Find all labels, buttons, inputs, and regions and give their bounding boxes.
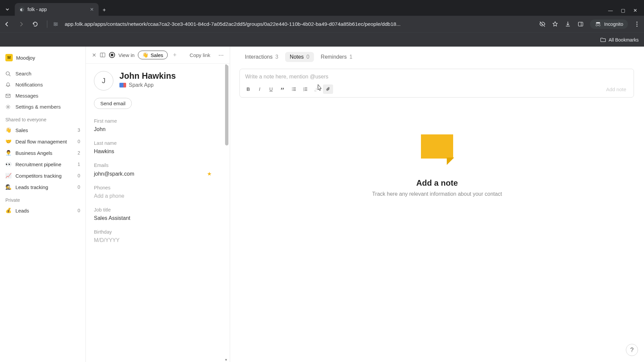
note-format-toolbar: B I U 123 Add note [240, 82, 634, 97]
tab-close-button[interactable]: ✕ [89, 6, 95, 13]
panel-layout-icon[interactable] [100, 52, 106, 58]
sidebar-search[interactable]: Search [0, 68, 86, 79]
bookmark-star-button[interactable] [552, 21, 558, 27]
group-label: Business Angels [15, 150, 52, 156]
chip-label: Sales [151, 52, 163, 58]
contact-avatar[interactable]: J [94, 71, 113, 90]
numbered-list-button[interactable]: 123 [300, 84, 310, 94]
group-emoji: 📈 [5, 173, 12, 179]
chevron-down-icon [5, 7, 10, 12]
reload-button[interactable] [32, 21, 42, 27]
send-email-button[interactable]: Send email [94, 98, 132, 109]
close-window-button[interactable]: ✕ [633, 8, 637, 13]
add-note-button[interactable]: Add note [602, 85, 630, 94]
emails-label: Emails [94, 163, 222, 168]
bold-button[interactable]: B [243, 84, 253, 94]
phones-label: Phones [94, 185, 222, 190]
note-input[interactable]: Write a note here, mention @users [240, 69, 634, 82]
help-button[interactable]: ? [626, 344, 638, 356]
detail-more-button[interactable]: ⋯ [218, 52, 224, 58]
quote-icon [280, 87, 285, 92]
contact-name[interactable]: John Hawkins [119, 71, 176, 81]
bullet-list-button[interactable] [289, 84, 299, 94]
svg-point-8 [636, 21, 637, 22]
first-name-value[interactable]: John [94, 126, 222, 132]
copy-link-button[interactable]: Copy link [190, 52, 210, 58]
sidebar-group-angels[interactable]: 👨‍💼 Business Angels 2 [0, 147, 86, 159]
kebab-icon [634, 21, 640, 27]
maximize-button[interactable]: ▢ [621, 8, 625, 13]
forward-button[interactable] [18, 21, 28, 27]
new-tab-button[interactable]: + [99, 4, 110, 16]
address-bar[interactable]: app.folk.app/apps/contacts/network/ccaa7… [63, 21, 534, 27]
underline-button[interactable]: U [266, 84, 276, 94]
job-title-label: Job title [94, 207, 222, 213]
svg-point-1 [56, 23, 57, 24]
eye-off-icon[interactable] [539, 21, 546, 27]
sidebar-group-sales[interactable]: 👋 Sales 3 [0, 124, 86, 136]
sidebar-group-dealflow[interactable]: 🤝 Deal flow management 0 [0, 136, 86, 147]
site-info-button[interactable] [53, 21, 59, 27]
tab-favicon: ◐ [19, 6, 25, 12]
sidebar-settings[interactable]: Settings & members [0, 101, 86, 112]
scroll-down-arrow-icon[interactable]: ▼ [224, 358, 228, 362]
add-phone-button[interactable]: Add a phone [94, 193, 222, 199]
attachment-button[interactable] [323, 84, 333, 94]
group-emoji: 🕵️ [5, 184, 12, 190]
svg-point-19 [292, 90, 293, 91]
scrollbar[interactable]: ▲ ▼ [224, 64, 229, 362]
tab-search-dropdown[interactable] [0, 3, 15, 16]
email-value[interactable]: john@spark.com [94, 171, 134, 177]
browser-menu-button[interactable] [634, 21, 640, 27]
workspace-icon: M [5, 54, 13, 61]
primary-email-star-icon[interactable]: ★ [207, 171, 212, 177]
svg-point-14 [7, 106, 9, 107]
workspace-switcher[interactable]: M Moodjoy [0, 51, 86, 65]
svg-point-0 [54, 22, 55, 23]
minimize-button[interactable]: — [608, 8, 613, 13]
downloads-button[interactable] [565, 21, 571, 27]
group-emoji: 👋 [5, 127, 12, 133]
activity-panel: Interactions 3 Notes 0 Reminders 1 Write… [230, 47, 644, 362]
back-button[interactable] [4, 21, 13, 27]
svg-rect-3 [579, 22, 583, 26]
last-name-value[interactable]: Hawkins [94, 148, 222, 155]
italic-button[interactable]: I [255, 84, 265, 94]
empty-title: Add a note [416, 178, 458, 188]
star-icon [552, 21, 558, 27]
group-chip-sales[interactable]: 👋 Sales [138, 51, 168, 59]
scroll-thumb[interactable] [225, 65, 228, 145]
job-title-value[interactable]: Sales Assistant [94, 215, 222, 221]
sidebar-group-competitors[interactable]: 📈 Competitors tracking 0 [0, 170, 86, 181]
window-controls: — ▢ ✕ [608, 8, 644, 16]
sidebar-group-leads[interactable]: 💰 Leads 0 [0, 205, 86, 216]
tab-notes[interactable]: Notes 0 [285, 52, 314, 62]
svg-line-12 [9, 75, 10, 76]
company-name: Spark App [129, 82, 154, 88]
svg-text:3: 3 [303, 89, 304, 92]
tab-interactions[interactable]: Interactions 3 [240, 52, 283, 62]
sidebar-notifications[interactable]: Notifications [0, 79, 86, 90]
birthday-input[interactable]: M/D/YYYY [94, 237, 222, 243]
numbered-list-icon: 123 [303, 87, 308, 92]
sidebar-group-recruitment[interactable]: 👀 Recruitment pipeline 1 [0, 159, 86, 170]
incognito-badge[interactable]: Incognito [590, 19, 628, 29]
group-label: Sales [15, 127, 28, 133]
link-button[interactable] [312, 84, 322, 94]
group-label: Competitors tracking [15, 173, 62, 179]
add-group-button[interactable]: + [171, 52, 179, 59]
svg-point-9 [636, 23, 637, 24]
reload-icon [32, 21, 38, 27]
all-bookmarks-button[interactable]: All Bookmarks [600, 37, 639, 43]
sidebar-messages[interactable]: Messages [0, 90, 86, 101]
group-emoji: 👨‍💼 [5, 150, 12, 156]
quote-button[interactable] [277, 84, 287, 94]
detail-scroll-area[interactable]: J John Hawkins Spark App Send email Firs… [86, 64, 230, 362]
browser-tab[interactable]: ◐ folk - app ✕ [15, 3, 99, 16]
tab-title: folk - app [28, 7, 47, 12]
side-panel-button[interactable] [577, 21, 584, 27]
contact-company[interactable]: Spark App [119, 82, 176, 88]
sidebar-group-leads-tracking[interactable]: 🕵️ Leads tracking 0 [0, 181, 86, 193]
tab-reminders[interactable]: Reminders 1 [316, 52, 357, 62]
close-detail-button[interactable]: ✕ [92, 52, 96, 58]
